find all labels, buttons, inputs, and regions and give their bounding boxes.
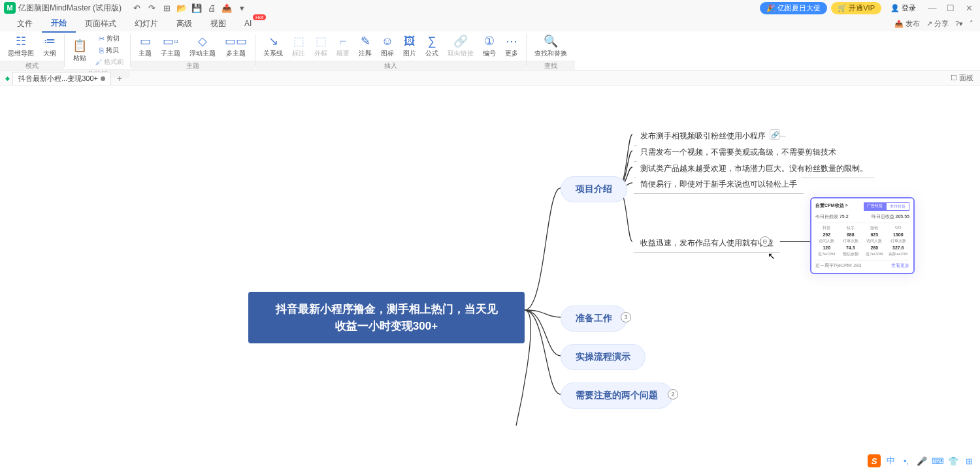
relation-line-button[interactable]: ↘关系线 [259, 33, 287, 59]
collapse-badge-issues[interactable]: 2 [668, 389, 678, 400]
panel-toggle[interactable]: ☐ 面板 [951, 73, 973, 83]
format-brush-button[interactable]: 🖌格式刷 [92, 56, 126, 68]
leaf-2[interactable]: 只需发布一个视频，不需要美观或高级，不需要剪辑技术 [634, 144, 843, 161]
promo-summer-button[interactable]: 🎉亿图夏日大促 [760, 2, 827, 14]
share-button[interactable]: ↗分享 [926, 19, 949, 29]
hot-badge: Hot [253, 14, 266, 20]
multi-topic-button[interactable]: ▭▭多主题 [221, 33, 251, 59]
menu-page-style[interactable]: 页面样式 [76, 16, 125, 32]
copy-button[interactable]: ⎘拷贝 [92, 44, 126, 56]
mindmap-icon: ☷ [16, 34, 26, 48]
menu-advanced[interactable]: 高级 [167, 16, 201, 32]
window-close[interactable]: ✕ [962, 1, 976, 14]
ime-mic-icon[interactable]: 🎤 [916, 455, 928, 467]
node-sub-prep[interactable]: 准备工作 [561, 306, 627, 332]
formula-button[interactable]: ∑公式 [421, 33, 442, 59]
ime-punct[interactable]: •, [900, 455, 912, 467]
summary-button[interactable]: ⌐概要 [333, 33, 353, 59]
paste-button[interactable]: 📋粘贴 [69, 37, 91, 64]
icon-button[interactable]: ☺图标 [377, 33, 398, 59]
ime-lang[interactable]: 中 [885, 455, 896, 467]
menu-start[interactable]: 开始 [42, 15, 76, 33]
floating-topic-button[interactable]: ◇浮动主题 [186, 33, 220, 59]
add-tab-button[interactable]: + [114, 72, 125, 84]
new-button[interactable]: ⊞ [159, 1, 174, 14]
ribbon: ☷思维导图 ≔大纲 模式 📋粘贴 ✂剪切 ⎘拷贝 🖌格式刷 剪贴板 ▭主题 ▭▫… [0, 31, 980, 70]
bidirectional-link-button[interactable]: 🔗双向链接 [444, 33, 478, 59]
collapse-ribbon-button[interactable]: ˄ [970, 20, 973, 28]
group-label-find: 查找 [527, 61, 575, 70]
boundary-button[interactable]: ⬚外框 [310, 33, 331, 59]
group-label-topic: 主题 [131, 61, 255, 70]
open-button[interactable]: 📂 [174, 1, 189, 14]
subtopic-button[interactable]: ▭▫子主题 [157, 33, 184, 59]
status-bar: S 中 •, 🎤 ⌨ 👕 ⊞ [862, 452, 980, 470]
collapse-toggle-leaf5[interactable]: ⊖ [760, 236, 770, 247]
unsaved-dot [101, 76, 105, 81]
print-button[interactable]: 🖨 [204, 1, 219, 14]
group-label-insert: 插入 [255, 61, 526, 70]
publish-button[interactable]: 📤发布 [894, 19, 920, 29]
note-button[interactable]: ✎注释 [355, 33, 376, 59]
image-button[interactable]: 🖼图片 [399, 33, 420, 59]
outline-mode-button[interactable]: ≔大纲 [39, 33, 60, 59]
node-sub-demo[interactable]: 实操流程演示 [561, 344, 645, 370]
ime-logo[interactable]: S [868, 454, 881, 467]
cut-button[interactable]: ✂剪切 [92, 33, 126, 44]
topic-button[interactable]: ▭主题 [135, 33, 155, 59]
ime-tools-icon[interactable]: ⊞ [963, 455, 975, 467]
ime-person-icon[interactable]: 👕 [947, 455, 959, 467]
undo-button[interactable]: ↶ [129, 1, 144, 14]
outline-icon: ≔ [44, 34, 56, 48]
export-dropdown[interactable]: ▾ [235, 1, 249, 14]
ime-keyboard-icon[interactable]: ⌨ [932, 455, 943, 467]
node-root[interactable]: 抖音最新小程序撸金，测手相上热门，当天见收益一小时变现300+ [248, 292, 525, 343]
document-tabs: ◆ 抖音最新小程...变现300+ + ☐ 面板 [0, 70, 980, 86]
doc-icon: ◆ [5, 75, 10, 82]
mindmap-mode-button[interactable]: ☷思维导图 [4, 33, 38, 59]
more-insert-button[interactable]: ⋯更多 [501, 33, 522, 59]
doc-tab-title: 抖音最新小程...变现300+ [18, 74, 98, 84]
group-label-mode: 模式 [0, 61, 64, 70]
collapse-badge-prep[interactable]: 3 [621, 312, 631, 322]
window-minimize[interactable]: — [925, 1, 939, 14]
title-bar: M 亿图脑图MindMaster (试用版) ↶ ↷ ⊞ 📂 💾 🖨 📤 ▾ 🎉… [0, 0, 980, 16]
node-sub-issues[interactable]: 需要注意的两个问题 [561, 383, 673, 409]
mouse-cursor: ↖ [768, 251, 776, 261]
mindmap-canvas[interactable]: 抖音最新小程序撸金，测手相上热门，当天见收益一小时变现300+ 项目介绍 准备工… [0, 86, 980, 470]
doc-tab-active[interactable]: 抖音最新小程...变现300+ [12, 72, 111, 85]
help-button[interactable]: ?▾ [955, 20, 963, 28]
open-vip-button[interactable]: 🛒开通VIP [831, 2, 881, 14]
callout-button[interactable]: ⬚标注 [288, 33, 309, 59]
menu-view[interactable]: 视图 [201, 16, 235, 32]
embedded-stats-card[interactable]: 自置CPM收益 > 广告收益 支付收益 今日自然收 75.2昨日总收益 205.… [810, 197, 915, 274]
leaf-1[interactable]: 发布测手相视频吸引粉丝使用小程序 —— [634, 128, 792, 144]
link-icon[interactable]: 🔗 [770, 129, 780, 140]
paste-icon: 📋 [73, 39, 87, 53]
leaf-3[interactable]: 测试类产品越来越受欢迎，市场潜力巨大。没有粉丝数量的限制。 [634, 161, 874, 177]
menu-slides[interactable]: 幻灯片 [125, 16, 167, 32]
save-button[interactable]: 💾 [189, 1, 204, 14]
search-icon: 🔍 [544, 34, 558, 48]
login-button[interactable]: 👤登录 [885, 2, 921, 14]
leaf-5[interactable]: 收益迅速，发布作品有人使用就有收益 [634, 235, 780, 251]
app-logo: M [4, 2, 16, 14]
leaf-4[interactable]: 简便易行，即使对于新手来说也可以轻松上手 [634, 176, 804, 193]
window-maximize[interactable]: ☐ [943, 1, 958, 14]
find-replace-button[interactable]: 🔍查找和替换 [531, 33, 571, 59]
export-button[interactable]: 📤 [220, 1, 234, 14]
menu-bar: 文件 开始 页面样式 幻灯片 高级 视图 AIHot 📤发布 ↗分享 ?▾ ˄ [0, 16, 980, 31]
numbering-button[interactable]: ①编号 [479, 33, 500, 59]
quick-access-toolbar: ↶ ↷ ⊞ 📂 💾 🖨 📤 ▾ [129, 1, 249, 14]
menu-ai[interactable]: AIHot [235, 16, 261, 31]
menu-file[interactable]: 文件 [8, 16, 42, 32]
app-title: 亿图脑图MindMaster (试用版) [18, 3, 122, 14]
node-sub-intro[interactable]: 项目介绍 [561, 176, 627, 202]
redo-button[interactable]: ↷ [144, 1, 159, 14]
